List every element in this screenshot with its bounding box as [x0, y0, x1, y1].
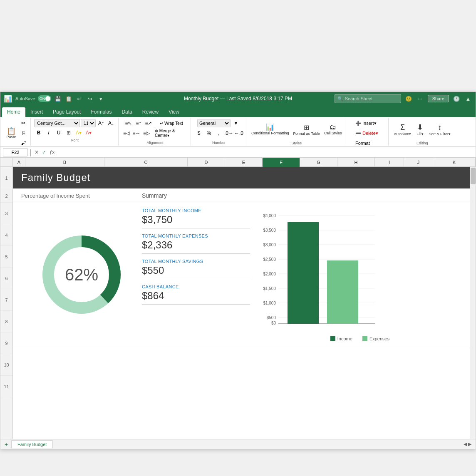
title-bar: 📊 AutoSave ON 💾 📋 ↩ ↪ ▾ Monthly Budget —…	[0, 92, 476, 105]
col-header-e[interactable]: E	[225, 158, 263, 167]
increase-decimal[interactable]: .0→	[224, 129, 233, 138]
delete-button[interactable]: ➖ Delete▾	[355, 129, 380, 138]
income-bar	[288, 222, 319, 324]
dropdown-icon[interactable]: ▾	[97, 94, 105, 103]
middle-header: Summary	[142, 192, 258, 199]
cell-styles-button[interactable]: 🗂 Cell Styles	[322, 119, 344, 140]
formula-icons: ✕ ✓ ƒx	[33, 149, 56, 155]
number-format-more[interactable]: ▾	[231, 119, 240, 128]
col-header-i[interactable]: I	[375, 158, 404, 167]
undo-icon[interactable]: ↩	[75, 94, 84, 103]
open-icon[interactable]: 📋	[64, 94, 73, 103]
redo-icon[interactable]: ↪	[86, 94, 94, 103]
fill-button[interactable]: ⬇ Fill▾	[414, 119, 426, 140]
donut-chart-area: 62%	[21, 201, 142, 348]
tab-data[interactable]: Data	[117, 107, 137, 117]
autosum-button[interactable]: Σ AutoSum▾	[392, 119, 413, 140]
col-header-d[interactable]: D	[188, 158, 225, 167]
format-painter-button[interactable]: 🖌	[19, 139, 28, 148]
tab-review[interactable]: Review	[137, 107, 164, 117]
row-num-9: 9	[0, 332, 12, 354]
cancel-formula-icon[interactable]: ✕	[33, 149, 40, 155]
align-center-button[interactable]: ≡↔	[132, 129, 141, 138]
align-top-center[interactable]: ≡↑	[134, 119, 143, 128]
align-top-left[interactable]: ≡↖	[124, 119, 133, 128]
col-header-b[interactable]: B	[25, 158, 104, 167]
col-header-k[interactable]: K	[433, 158, 476, 167]
number-content: General ▾ $ % , .0→ ←.0	[194, 119, 243, 140]
collapse-icon[interactable]: ▲	[464, 94, 472, 103]
svg-text:$1,000: $1,000	[263, 301, 276, 305]
fill-color-button[interactable]: A▾	[74, 128, 83, 137]
income-legend-label: Income	[337, 336, 352, 341]
spreadsheet-content: Family Budget Percentage of Income Spent…	[13, 167, 470, 449]
empty-row-11	[13, 348, 470, 369]
sheet-tab-budget[interactable]: Family Budget	[11, 440, 53, 448]
formula-input[interactable]	[57, 148, 473, 156]
format-as-table-button[interactable]: ⊞ Format as Table	[292, 119, 322, 140]
sort-filter-button[interactable]: ↕ Sort & Filter▾	[427, 119, 452, 140]
bar-chart-svg: $4,000 $3,500 $3,000 $2,500 $2,000 $1,50…	[258, 208, 392, 333]
format-button[interactable]: Format	[355, 139, 380, 148]
insert-function-icon[interactable]: ƒx	[48, 149, 56, 155]
styles-label: Styles	[291, 141, 302, 145]
paste-button[interactable]: 📋 Paste	[5, 122, 18, 144]
border-button[interactable]: ⊞	[64, 128, 73, 137]
balance-label: CASH BALANCE	[142, 284, 250, 289]
emoji-icon[interactable]: 🙂	[404, 94, 413, 103]
confirm-formula-icon[interactable]: ✓	[41, 149, 47, 155]
insert-button[interactable]: ➕ Insert▾	[355, 119, 380, 128]
ribbon: 📋 Paste ✂ ⎘ 🖌 Clipboard Century Got...	[0, 117, 476, 147]
align-right-button[interactable]: ≡▷	[142, 129, 151, 138]
tab-insert[interactable]: Insert	[25, 107, 48, 117]
underline-button[interactable]: U	[54, 128, 63, 137]
font-color-button[interactable]: A▾	[84, 128, 93, 137]
tab-view[interactable]: View	[164, 107, 184, 117]
share-button[interactable]: Share	[428, 95, 449, 102]
col-header-c[interactable]: C	[104, 158, 188, 167]
search-input[interactable]	[345, 96, 395, 101]
more-icon[interactable]: ⋯	[416, 94, 424, 103]
conditional-formatting-button[interactable]: 📊 Conditional Formatting	[250, 119, 291, 140]
tab-home[interactable]: Home	[2, 107, 25, 117]
search-box[interactable]: 🔍	[335, 94, 401, 103]
col-header-a[interactable]: A	[13, 158, 25, 167]
col-header-h[interactable]: H	[337, 158, 375, 167]
autosave-toggle[interactable]: ON	[38, 95, 51, 102]
merge-center-button[interactable]: ⊕ Merge & Center▾	[155, 129, 188, 138]
scrollbar-thumb[interactable]	[471, 168, 476, 184]
add-sheet-button[interactable]: +	[2, 440, 10, 449]
italic-button[interactable]: I	[44, 128, 53, 137]
vertical-scrollbar[interactable]	[470, 167, 476, 449]
tab-formulas[interactable]: Formulas	[86, 107, 117, 117]
history-icon[interactable]: 🕐	[452, 94, 461, 103]
comma-button[interactable]: ,	[214, 129, 223, 138]
sigma-icon: Σ	[400, 123, 405, 132]
conditional-icon: 📊	[266, 123, 274, 131]
align-top-right[interactable]: ≡↗	[144, 119, 153, 128]
income-value: $3,750	[142, 214, 250, 226]
cell-reference-input[interactable]: F22	[3, 148, 28, 156]
increase-font-button[interactable]: A↑	[97, 119, 106, 128]
decrease-font-button[interactable]: A↓	[107, 119, 116, 128]
col-header-f[interactable]: F	[263, 158, 300, 167]
search-icon: 🔍	[337, 96, 343, 102]
cut-button[interactable]: ✂	[19, 119, 28, 128]
font-size-select[interactable]: 11	[81, 119, 96, 127]
col-header-g[interactable]: G	[300, 158, 337, 167]
number-format-select[interactable]: General	[197, 119, 231, 127]
decrease-decimal[interactable]: ←.0	[234, 129, 243, 138]
paste-label: Paste	[6, 135, 16, 139]
bold-button[interactable]: B	[34, 128, 43, 137]
horizontal-scrollbar[interactable]: ◀ ▶	[461, 441, 474, 447]
tab-page-layout[interactable]: Page Layout	[48, 107, 86, 117]
summary-item-expenses: TOTAL MONTHLY EXPENSES $2,336	[142, 233, 250, 254]
col-header-j[interactable]: J	[404, 158, 433, 167]
percent-button[interactable]: %	[204, 129, 213, 138]
copy-button[interactable]: ⎘	[19, 129, 28, 138]
font-name-select[interactable]: Century Got...	[34, 119, 80, 127]
save-icon[interactable]: 💾	[54, 94, 62, 103]
wrap-text-button[interactable]: ↵ Wrap Text	[157, 119, 186, 128]
currency-button[interactable]: $	[194, 129, 203, 138]
align-left-button[interactable]: ≡◁	[122, 129, 131, 138]
